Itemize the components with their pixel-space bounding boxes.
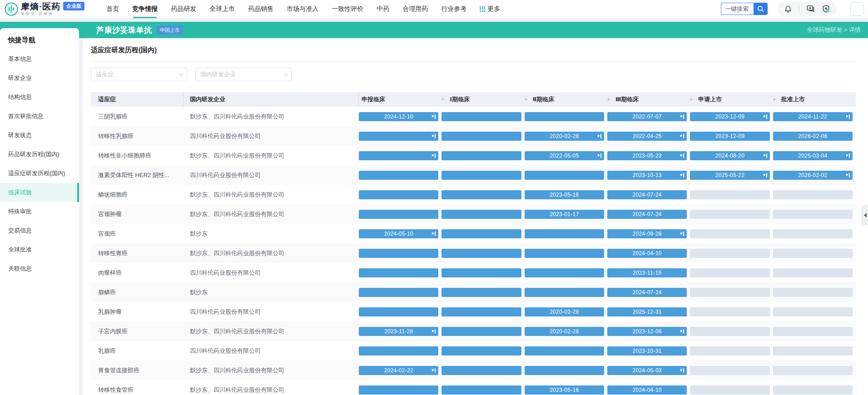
breadcrumb-parent[interactable]: 全球药物研发 — [807, 26, 842, 33]
nav-item-tcm[interactable]: 中药 — [377, 0, 389, 18]
phase-bar[interactable]: 2020-02-28 — [525, 132, 604, 141]
sidebar-item-special-approval[interactable]: 特殊审批 — [0, 202, 79, 221]
sidebar-item-first-approval[interactable]: 首次获批信息 — [0, 107, 79, 126]
phase-date: 2024-11-22 — [799, 114, 828, 120]
phase-bar: 2024-07-24 — [607, 288, 687, 297]
phase-bar[interactable]: 2025-05-22 — [690, 171, 769, 180]
phase-cell: 2022-07-07 — [607, 112, 690, 121]
search-icon — [757, 5, 764, 12]
company-cell: 四川科伦药业股份有限公司 — [184, 171, 359, 179]
phase-date: 2022-04-25 — [632, 133, 661, 139]
search-button[interactable] — [754, 3, 768, 15]
sidebar-item-indication-rd-history[interactable]: 适应症研发历程(国内) — [0, 164, 79, 183]
table-row: 肉瘤样癌四川科伦药业股份有限公司2023-11-15 — [91, 263, 856, 282]
translate-chat-button[interactable]: A — [806, 5, 815, 13]
nav-item-competitive-intel[interactable]: 竞争情报 — [132, 0, 158, 18]
sidebar-item-basic-info[interactable]: 基本信息 — [0, 49, 79, 69]
phase-date: 2022-05-05 — [550, 153, 579, 159]
sidebar-item-related-info[interactable]: 关联信息 — [0, 259, 79, 278]
sidebar-item-structure-info[interactable]: 结构信息 — [0, 88, 79, 107]
phase-bar[interactable]: 2024-05-10 — [359, 229, 438, 238]
phase-cell — [773, 210, 856, 219]
indication-cell: 腺鳞癌 — [91, 288, 184, 296]
nav-item-drug-rd[interactable]: 药品研发 — [171, 0, 196, 18]
nav-item-rational-drug-use[interactable]: 合理用药 — [402, 0, 428, 18]
phase-cell — [525, 268, 607, 277]
phase-bar — [690, 190, 769, 199]
phase-bar[interactable]: 2023-12-09 — [690, 112, 769, 121]
phase-cell — [441, 190, 524, 199]
phase-bar — [690, 327, 769, 336]
brand-logo[interactable]: 摩熵·医药 查数据·找摩熵 企业版 — [5, 2, 84, 16]
sidebar-item-rd-status[interactable]: 研发状态 — [0, 126, 79, 145]
phase-bar[interactable]: 2022-05-05 — [525, 151, 604, 160]
phase-bar[interactable] — [359, 132, 438, 141]
phase-bar — [441, 366, 521, 375]
phase-cell — [359, 268, 441, 277]
phase-bar[interactable]: 2025-03-04 — [773, 151, 853, 160]
company-filter-select[interactable]: 国内研发企业 — [195, 68, 292, 81]
nav-item-global-launch[interactable]: 全球上市 — [209, 0, 235, 18]
phase-bar[interactable]: 2024-05-03 — [607, 366, 687, 375]
nav-item-more[interactable]: 更多 — [480, 0, 500, 18]
nav-item-market-access[interactable]: 市场与准入 — [287, 0, 318, 18]
phase-bar[interactable]: 2024-09-26 — [607, 229, 687, 238]
phase-bar[interactable]: 2024-12-10 — [359, 112, 438, 121]
table-row: 腺鳞癌默沙东2024-07-24 — [91, 282, 856, 302]
notification-bell-button[interactable] — [784, 5, 792, 13]
sidebar-item-drug-rd-history[interactable]: 药品研发历程(国内) — [0, 145, 79, 164]
phase-bar[interactable]: 2023-05-23 — [607, 151, 687, 160]
nav-item-industry-reference[interactable]: 行业参考 — [441, 0, 466, 18]
brand-logo-icon — [5, 2, 18, 16]
column-header-phase1: Ⅰ期临床 — [441, 92, 524, 107]
phase-bar[interactable]: 2026-02-02 — [773, 171, 853, 180]
nav-item-consistency-eval[interactable]: 一致性评价 — [332, 0, 363, 18]
utility-icon-group: A — [778, 2, 837, 16]
phase-bar[interactable]: 2023-10-13 — [607, 171, 687, 180]
phase-date: 2024-04-10 — [632, 250, 661, 257]
indication-cell: 乳腺癌 — [91, 347, 184, 355]
phase-bar[interactable]: 2022-04-25 — [607, 132, 687, 141]
table-row: 宫颈肿瘤默沙东、四川科伦药业股份有限公司2023-01-172024-07-24 — [91, 204, 856, 224]
chevron-left-icon — [864, 213, 867, 217]
avatar[interactable] — [850, 2, 864, 16]
phase-bar: 2026-02-06 — [773, 132, 853, 141]
sidebar-item-global-approval[interactable]: 全球批准 — [0, 240, 79, 259]
phase-bar[interactable]: 2023-11-28 — [359, 327, 438, 336]
column-header-nda: 申请上市 — [690, 92, 773, 107]
sidebar-item-rd-companies[interactable]: 研发企业 — [0, 69, 79, 88]
phase-bar: 2020-02-28 — [525, 307, 604, 316]
phase-bar — [690, 288, 769, 297]
phase-bar — [441, 171, 521, 180]
phase-cell — [441, 346, 524, 356]
milestone-link-icon — [764, 114, 768, 119]
sidebar-item-clinical-trials[interactable]: 临床试验 — [0, 183, 79, 202]
phase-bar — [773, 346, 853, 356]
phase-date: 2026-02-02 — [798, 172, 827, 178]
phase-bar[interactable]: 2024-11-22 — [773, 112, 853, 121]
milestone-link-icon — [680, 153, 684, 158]
nav-item-home[interactable]: 首页 — [106, 0, 119, 18]
chevron-down-icon — [283, 71, 288, 76]
phase-bar[interactable]: 2024-02-22 — [359, 366, 438, 375]
nav-item-drug-sales[interactable]: 药品销售 — [248, 0, 273, 18]
nav-more-label: 更多 — [487, 5, 500, 13]
sidebar-item-transaction-info[interactable]: 交易信息 — [0, 221, 79, 240]
section-divider — [91, 61, 856, 62]
phase-bar[interactable] — [359, 151, 438, 160]
indication-filter-select[interactable]: 适应症 — [91, 68, 187, 81]
panel-collapse-handle[interactable] — [862, 205, 868, 225]
security-shield-button[interactable] — [822, 5, 830, 13]
search-input[interactable] — [721, 3, 754, 15]
phase-bar[interactable]: 2024-08-20 — [690, 151, 769, 160]
phase-arrow-icon — [690, 98, 693, 101]
phase-cell: 2024-07-24 — [607, 210, 690, 219]
phase-bar[interactable]: 2023-12-06 — [607, 327, 687, 336]
column-header-company: 国内研发企业 — [184, 92, 359, 107]
phase-bar[interactable]: 2022-07-07 — [607, 112, 687, 121]
phase-cell — [441, 229, 524, 238]
phase-cell — [525, 112, 607, 121]
phase-bar — [441, 249, 521, 258]
phase-bar: 2023-05-16 — [525, 385, 604, 395]
breadcrumb[interactable]: 全球药物研发 > 详情 — [807, 26, 861, 34]
